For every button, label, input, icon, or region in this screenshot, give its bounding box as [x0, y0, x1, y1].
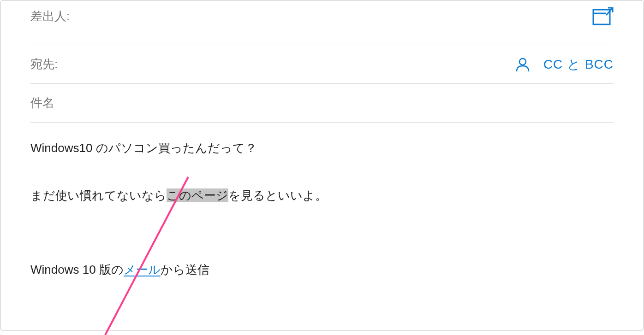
body-line-1: Windows10 のパソコン買ったんだって？	[30, 139, 614, 157]
contact-picker-icon[interactable]	[515, 57, 531, 72]
popout-icon[interactable]	[592, 6, 614, 27]
from-field-row	[1, 27, 643, 45]
subject-field-row: 件名	[1, 84, 643, 123]
subject-label[interactable]: 件名	[30, 95, 54, 111]
signature: Windows 10 版のメールから送信	[1, 262, 643, 278]
cc-bcc-link[interactable]: CC と BCC	[543, 56, 614, 73]
body-line-2: まだ使い慣れてないならこのページを見るといいよ。	[30, 187, 614, 205]
body-line-2-before: まだ使い慣れてないなら	[30, 188, 167, 202]
signature-prefix: Windows 10 版の	[30, 263, 124, 276]
body-line-2-after: を見るといいよ。	[228, 188, 327, 202]
message-body[interactable]: Windows10 のパソコン買ったんだって？ まだ使い慣れてないならこのページ…	[1, 123, 643, 205]
svg-rect-0	[593, 10, 610, 24]
to-field-actions: CC と BCC	[515, 56, 614, 73]
body-highlighted-text[interactable]: このページ	[167, 188, 228, 202]
from-label: 差出人:	[30, 8, 70, 24]
signature-suffix: から送信	[161, 263, 209, 276]
to-label: 宛先:	[30, 56, 58, 72]
mail-app-link[interactable]: メール	[124, 263, 161, 276]
to-field-row: 宛先: CC と BCC	[1, 45, 643, 84]
svg-point-2	[519, 59, 526, 65]
compose-window: 差出人: 宛先: CC と BCC	[0, 0, 644, 331]
from-header-row: 差出人:	[1, 1, 643, 27]
